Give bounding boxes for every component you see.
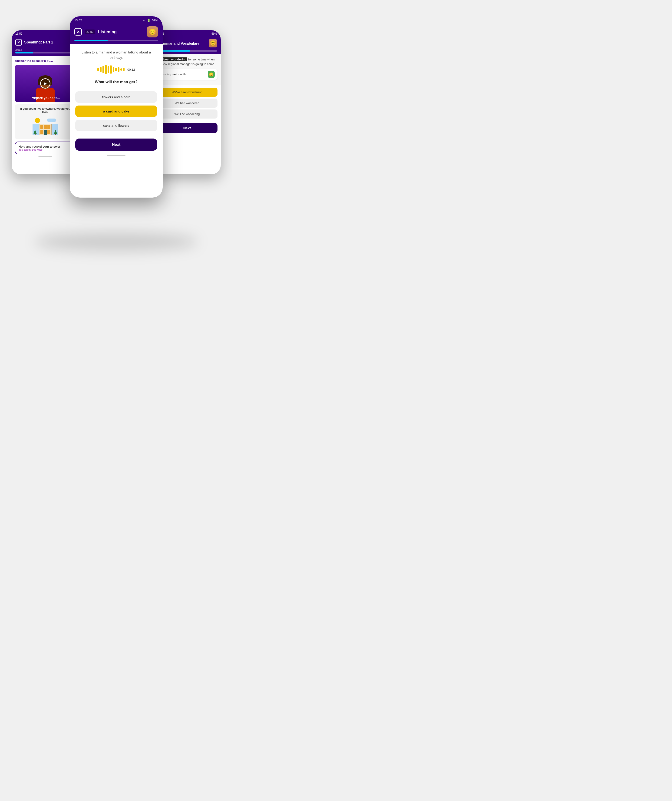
right-options-section: We've been wondering We had wondered We'… <box>153 85 221 123</box>
audio-bar-2 <box>100 67 101 72</box>
audio-player[interactable]: 00:12 <box>75 65 157 74</box>
play-button[interactable]: ▶ <box>40 78 50 88</box>
center-instruction: Listen to a man and a woman talking abou… <box>75 50 157 60</box>
audio-bar-7 <box>113 67 114 72</box>
left-close-button[interactable]: ✕ <box>15 39 22 45</box>
left-header: ✕ Speaking: Part 2 <box>11 37 79 47</box>
record-title: Hold and record your answer <box>19 145 72 148</box>
center-option-1[interactable]: flowers and a card <box>75 91 157 103</box>
center-option-3[interactable]: cake and flowers <box>75 120 157 131</box>
center-avatar: 😊 <box>147 26 158 37</box>
right-question-text: I've been wondering for some time when t… <box>157 57 217 66</box>
shadow-blob <box>35 232 198 251</box>
right-header: Grammar and Vocabulary 😊 <box>153 37 221 49</box>
center-progress-container <box>70 40 162 44</box>
audio-timer: 00:12 <box>127 68 135 71</box>
cloud-icon <box>47 119 56 122</box>
right-progress-section <box>153 49 221 54</box>
left-content: Answer the speaker's qu... ▶ Prepare you… <box>11 56 79 160</box>
center-timer-tag: 27:53 <box>85 29 95 34</box>
audio-bar-3 <box>103 66 104 73</box>
center-battery: 59% <box>152 19 158 22</box>
audio-bar-6 <box>110 65 112 74</box>
center-header: ✕ 27:53 Listening 😊 <box>70 24 162 40</box>
audio-bar-11 <box>123 68 125 71</box>
center-avatar-face: 😊 <box>147 26 158 37</box>
phone-center: 13:52 ▲ 🔋 59% ✕ 27:53 Listening 😊 <box>70 16 162 198</box>
right-option-2[interactable]: We had wondered <box>157 98 217 108</box>
right-avatar: 😊 <box>209 39 217 47</box>
center-next-button[interactable]: Next <box>75 138 157 151</box>
center-option-2[interactable]: a card and cake <box>75 106 157 117</box>
right-status-bar: 13:52 59% <box>153 30 221 37</box>
building-illustration <box>18 116 73 137</box>
record-box[interactable]: Hold and record your answer You can try … <box>15 142 76 154</box>
scene: 13:52 59% ✕ Speaking: Part 2 27:53 Answe… <box>11 11 221 256</box>
right-response-bubble: 's coming next month. 😊 <box>157 69 217 80</box>
home-indicator-center <box>107 155 125 156</box>
prepare-label: Prepare your ans... <box>15 96 76 100</box>
audio-bar-4 <box>105 65 107 74</box>
right-option-3[interactable]: We'll be wondering <box>157 109 217 119</box>
center-body: Listen to a man and a woman talking abou… <box>70 44 162 138</box>
emoji-button[interactable]: 😊 <box>208 71 215 78</box>
center-battery-icon: 🔋 <box>147 19 151 22</box>
woman-body <box>36 88 55 102</box>
left-title: Speaking: Part 2 <box>24 40 53 44</box>
center-close-button[interactable]: ✕ <box>74 28 82 35</box>
audio-bar-5 <box>108 66 109 73</box>
sun-icon <box>35 118 40 123</box>
audio-bar-10 <box>121 68 122 71</box>
left-progress-fill <box>15 52 33 53</box>
left-timer: 27:53 <box>15 48 22 51</box>
right-content: I've been wondering for some time when t… <box>153 54 221 85</box>
right-response-text: 's coming next month. <box>159 73 186 76</box>
left-status-bar: 13:52 59% <box>11 30 79 37</box>
right-progress-bg <box>157 50 217 51</box>
center-progress-bg <box>74 40 158 41</box>
face-icon: 😊 <box>209 39 217 47</box>
left-progress-container: 27:53 <box>11 47 79 56</box>
right-battery: 59% <box>211 32 217 35</box>
center-progress-fill <box>74 40 108 41</box>
left-question-card: If you could live anywhere, would you li… <box>15 105 76 139</box>
right-option-1[interactable]: We've been wondering <box>157 88 217 97</box>
center-signal-icon: ▲ <box>142 19 145 22</box>
center-status-bar: 13:52 ▲ 🔋 59% <box>70 16 162 24</box>
phone-left: 13:52 59% ✕ Speaking: Part 2 27:53 Answe… <box>11 30 79 174</box>
right-title: Grammar and Vocabulary <box>157 41 199 45</box>
audio-bar-1 <box>97 68 99 71</box>
center-question: What will the man get? <box>75 80 157 84</box>
left-progress-bg <box>15 52 75 53</box>
audio-bar-8 <box>115 68 117 71</box>
left-instruction: Answer the speaker's qu... <box>15 59 76 63</box>
home-indicator-left <box>39 156 52 157</box>
left-video-thumb[interactable]: ▶ Prepare your ans... <box>15 65 76 102</box>
phone-right: 13:52 59% Grammar and Vocabulary 😊 I've … <box>153 30 221 174</box>
right-next-button[interactable]: Next <box>157 123 217 133</box>
center-time: 13:52 <box>74 19 82 22</box>
audio-bar-9 <box>118 67 119 72</box>
left-question-text: If you could live anywhere, would you li… <box>18 107 73 114</box>
record-subtitle: You can try this twice <box>19 148 72 151</box>
left-time: 13:52 <box>15 32 22 35</box>
center-section-title: Listening <box>98 29 117 34</box>
